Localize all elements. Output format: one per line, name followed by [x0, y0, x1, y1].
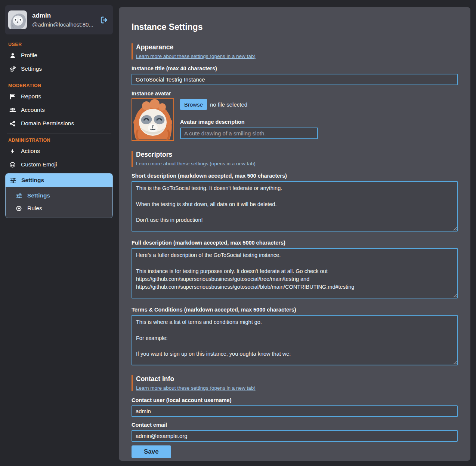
- sidebar-item-label: Reports: [21, 93, 41, 100]
- terms-wrap: This is where a list of terms and condit…: [132, 315, 458, 365]
- full-description-label: Full description (markdown accepted, max…: [132, 240, 458, 246]
- sidebar-item-settings-sub[interactable]: Settings: [12, 189, 112, 202]
- user-name: admin: [32, 12, 95, 19]
- sidebar-item-label: Accounts: [21, 107, 45, 113]
- descriptors-section-header: Descriptors Learn more about these setti…: [132, 151, 458, 167]
- instance-avatar-image: [132, 98, 174, 141]
- smile-icon: [9, 162, 16, 168]
- short-description-textarea[interactable]: This is the GoToSocial testrig. It doesn…: [132, 181, 458, 232]
- sign-out-icon[interactable]: [100, 16, 108, 24]
- user-meta: admin @admin@localhost:80...: [32, 12, 95, 28]
- section-title: Descriptors: [136, 151, 458, 159]
- instance-title-label: Instance title (max 40 characters): [132, 65, 458, 71]
- section-label-moderation: MODERATION: [8, 83, 113, 88]
- sidebar-item-label: Settings: [21, 177, 44, 184]
- gears-icon: [9, 66, 16, 72]
- sidebar-item-user-settings[interactable]: Settings: [5, 62, 113, 76]
- sidebar-item-custom-emoji[interactable]: Custom Emoji: [5, 158, 113, 171]
- section-label-administration: ADMINISTRATION: [8, 138, 113, 143]
- short-description-wrap: This is the GoToSocial testrig. It doesn…: [132, 181, 458, 232]
- appearance-section-header: Appearance Learn more about these settin…: [132, 43, 458, 59]
- contact-user-input[interactable]: [132, 405, 458, 417]
- contact-user-label: Contact user (local account username): [132, 397, 458, 403]
- dot-circle-icon: [15, 206, 22, 211]
- full-description-wrap: Here's a fuller description of the GoToS…: [132, 248, 458, 298]
- terms-textarea[interactable]: This is where a list of terms and condit…: [132, 315, 458, 365]
- avatar-row: Browse no file selected Avatar image des…: [132, 98, 458, 141]
- sidebar-item-rules[interactable]: Rules: [12, 202, 112, 215]
- user-card[interactable]: admin @admin@localhost:80...: [5, 5, 113, 34]
- terms-label: Terms & Conditions (markdown accepted, m…: [132, 307, 458, 313]
- sidebar-item-profile[interactable]: Profile: [5, 49, 113, 62]
- share-nodes-icon: [9, 121, 16, 126]
- bolt-icon: [9, 148, 16, 154]
- users-icon: [9, 107, 16, 113]
- sidebar: admin @admin@localhost:80... USER Profil…: [5, 5, 113, 218]
- instance-settings-panel: Instance Settings Appearance Learn more …: [119, 7, 470, 461]
- save-button[interactable]: Save: [132, 445, 171, 458]
- divider: [7, 79, 111, 79]
- sidebar-item-admin-settings[interactable]: Settings: [6, 174, 112, 187]
- user-handle: @admin@localhost:80...: [32, 21, 95, 28]
- page-title: Instance Settings: [132, 22, 458, 32]
- divider: [7, 38, 111, 38]
- user-avatar: [8, 10, 27, 29]
- learn-more-link[interactable]: Learn more about these settings (opens i…: [136, 161, 256, 166]
- sliders-icon: [15, 193, 22, 199]
- settings-submenu: Settings Rules: [6, 187, 112, 218]
- avatar-controls: Browse no file selected Avatar image des…: [180, 98, 318, 141]
- sidebar-item-label: Domain Permissions: [21, 120, 74, 127]
- sidebar-item-label: Settings: [21, 65, 42, 72]
- sidebar-item-actions[interactable]: Actions: [5, 144, 113, 158]
- sidebar-item-label: Profile: [21, 52, 37, 59]
- browse-button[interactable]: Browse: [180, 99, 207, 110]
- sidebar-item-reports[interactable]: Reports: [5, 90, 113, 103]
- sidebar-item-label: Custom Emoji: [21, 161, 57, 168]
- settings-menu-block: Settings Settings: [5, 173, 113, 218]
- divider: [7, 134, 111, 134]
- flag-icon: [9, 94, 16, 99]
- avatar-description-input[interactable]: [180, 128, 318, 139]
- file-status-text: no file selected: [210, 101, 247, 108]
- sliders-icon: [9, 178, 16, 183]
- instance-title-input[interactable]: [132, 74, 458, 85]
- user-icon: [9, 53, 16, 58]
- sidebar-item-label: Actions: [21, 148, 40, 154]
- contact-email-input[interactable]: [132, 430, 458, 442]
- sidebar-item-label: Rules: [27, 205, 42, 212]
- section-title: Contact info: [136, 375, 458, 383]
- section-label-user: USER: [8, 42, 113, 47]
- short-description-label: Short description (markdown accepted, ma…: [132, 173, 458, 179]
- full-description-textarea[interactable]: Here's a fuller description of the GoToS…: [132, 248, 458, 298]
- learn-more-link[interactable]: Learn more about these settings (opens i…: [136, 53, 256, 59]
- avatar-description-label: Avatar image description: [180, 119, 318, 125]
- section-title: Appearance: [136, 43, 458, 51]
- sidebar-item-label: Settings: [27, 192, 50, 199]
- sidebar-item-domain-permissions[interactable]: Domain Permissions: [5, 117, 113, 130]
- sidebar-item-accounts[interactable]: Accounts: [5, 103, 113, 117]
- contact-section-header: Contact info Learn more about these sett…: [132, 375, 458, 391]
- learn-more-link[interactable]: Learn more about these settings (opens i…: [136, 385, 256, 391]
- instance-avatar-label: Instance avatar: [132, 91, 458, 96]
- contact-email-label: Contact email: [132, 422, 458, 428]
